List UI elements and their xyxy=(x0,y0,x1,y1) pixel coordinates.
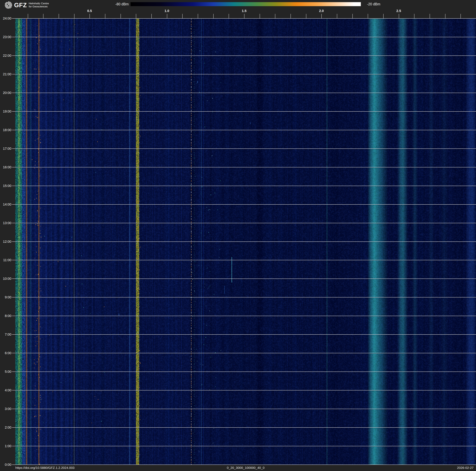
hour-label: 20:00 xyxy=(0,91,11,95)
hour-label: 22:00 xyxy=(0,54,11,58)
hour-gridline xyxy=(12,465,476,465)
hour-label: 15:00 xyxy=(0,184,11,188)
x-axis-tick xyxy=(152,14,152,18)
hour-gridline xyxy=(12,390,476,390)
hour-gridline xyxy=(12,93,476,93)
hour-label: 16:00 xyxy=(0,165,11,169)
colorbar-gradient xyxy=(131,2,361,6)
hour-gridline xyxy=(12,297,476,297)
hour-gridline xyxy=(12,316,476,316)
spectrogram-viewer: GFZ Helmholtz Centre for Geosciences -80… xyxy=(0,0,476,471)
hour-label: 24:00 xyxy=(0,17,11,20)
hour-label: 7:00 xyxy=(0,332,11,337)
x-axis-tick xyxy=(213,14,214,18)
hour-label: 17:00 xyxy=(0,147,11,151)
hour-label: 3:00 xyxy=(0,407,11,411)
x-axis-tick xyxy=(182,14,183,18)
hour-label: 18:00 xyxy=(0,128,11,132)
x-axis-tick xyxy=(275,14,275,18)
hour-label: 12:00 xyxy=(0,240,11,244)
x-axis-tick xyxy=(414,14,414,18)
x-axis-tick xyxy=(368,14,368,18)
x-axis-label: 2.0 xyxy=(319,9,324,13)
hour-gridline xyxy=(12,74,476,74)
x-axis-tick xyxy=(74,14,74,18)
x-axis-tick xyxy=(290,14,291,18)
hour-label: 5:00 xyxy=(0,370,11,374)
x-axis-tick xyxy=(167,14,167,18)
hour-gridline xyxy=(12,204,476,205)
hour-gridline xyxy=(12,223,476,223)
x-axis-tick xyxy=(352,14,353,18)
x-axis-tick xyxy=(260,14,260,18)
x-axis-tick xyxy=(59,14,59,18)
x-axis-tick xyxy=(89,14,90,18)
x-axis-tick xyxy=(460,14,461,18)
x-axis-tick xyxy=(229,14,229,18)
x-axis-tick xyxy=(136,14,136,18)
hour-label: 11:00 xyxy=(0,258,11,262)
hour-label: 1:00 xyxy=(0,444,11,448)
hour-label: 14:00 xyxy=(0,202,11,206)
hour-gridline xyxy=(12,427,476,428)
x-axis-tick xyxy=(383,14,384,18)
hour-label: 13:00 xyxy=(0,221,11,225)
hour-label: 10:00 xyxy=(0,277,11,281)
hour-gridline xyxy=(12,279,476,279)
hour-label: 4:00 xyxy=(0,388,11,392)
hour-gridline xyxy=(12,148,476,149)
x-axis-label: 1.0 xyxy=(164,9,169,13)
hour-label: 0:00 xyxy=(0,463,11,467)
colorbar-max-label: -20 dBm xyxy=(367,2,380,6)
hour-gridline xyxy=(12,260,476,260)
hour-gridline xyxy=(12,167,476,167)
x-axis-label: 1.5 xyxy=(242,9,247,13)
dataset-filename: 0_20_3000_100000_40_0 xyxy=(15,466,476,470)
hour-gridline xyxy=(12,372,476,372)
x-axis-tick xyxy=(337,14,337,18)
hour-label: 2:00 xyxy=(0,425,11,430)
hour-label: 9:00 xyxy=(0,295,11,299)
hour-gridline xyxy=(12,55,476,56)
x-axis-tick xyxy=(43,14,43,18)
hour-label: 8:00 xyxy=(0,314,11,318)
hour-label: 23:00 xyxy=(0,35,11,39)
x-axis-tick xyxy=(120,14,121,18)
hour-label: 19:00 xyxy=(0,109,11,113)
x-axis-tick xyxy=(321,14,322,18)
colorbar-min-label: -80 dBm xyxy=(0,2,129,6)
x-axis-tick xyxy=(198,14,198,18)
hour-gridline xyxy=(12,111,476,112)
hour-gridline xyxy=(12,446,476,446)
hour-label: 6:00 xyxy=(0,351,11,355)
date-label: 2026-02-27 xyxy=(457,466,474,470)
hour-gridline xyxy=(12,334,476,335)
x-axis-label: 2.5 xyxy=(396,9,401,13)
hour-gridline xyxy=(12,353,476,353)
hour-gridline xyxy=(12,130,476,130)
hour-gridline xyxy=(12,409,476,409)
hour-gridline xyxy=(12,186,476,186)
x-axis-tick xyxy=(244,14,244,18)
x-axis-tick xyxy=(105,14,105,18)
hour-label: 21:00 xyxy=(0,72,11,76)
x-axis-label: 0.5 xyxy=(87,9,92,13)
x-axis-tick xyxy=(28,14,28,18)
x-axis-tick xyxy=(445,14,445,18)
hour-gridline xyxy=(12,18,476,18)
x-axis-tick xyxy=(430,14,430,18)
x-axis-tick xyxy=(399,14,399,18)
hour-gridline xyxy=(12,37,476,37)
x-axis-tick xyxy=(306,14,306,18)
hour-gridline xyxy=(12,241,476,242)
